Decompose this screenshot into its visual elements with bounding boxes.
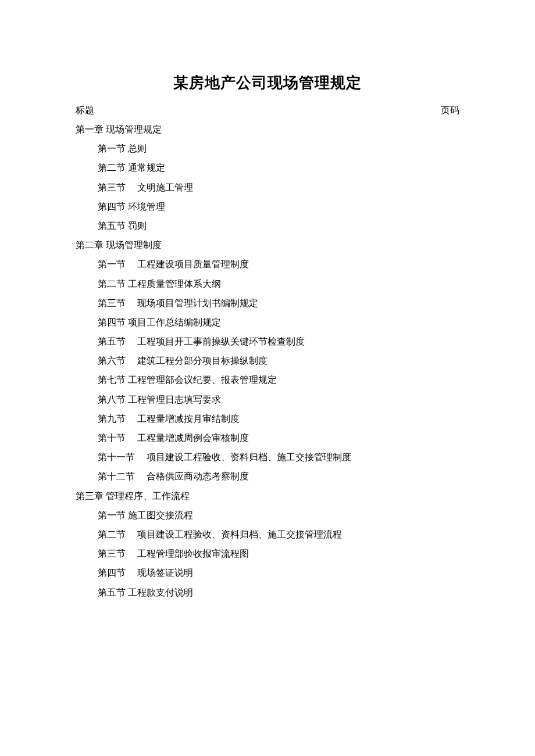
section-item: 第四节 现场签证说明 — [76, 565, 459, 581]
header-right: 页码 — [441, 105, 459, 117]
chapter-heading: 第二章 现场管理制度 — [76, 237, 459, 253]
section-item: 第三节 工程管理部验收报审流程图 — [76, 546, 459, 561]
section-item: 第五节 罚则 — [76, 218, 459, 234]
section-item: 第七节 工程管理部会议纪要、报表管理规定 — [76, 372, 459, 388]
toc-body: 第一章 现场管理规定第一节 总则第二节 通常规定第三节 文明施工管理第四节 环境… — [76, 121, 459, 600]
section-item: 第六节 建筑工程分部分项目标操纵制度 — [76, 353, 459, 368]
section-item: 第五节 工程项目开工事前操纵关键环节检查制度 — [76, 334, 459, 349]
header-left: 标题 — [76, 105, 94, 117]
section-item: 第二节 通常规定 — [76, 160, 459, 175]
section-item: 第四节 项目工作总结编制规定 — [76, 314, 459, 330]
section-item: 第一节 总则 — [76, 141, 459, 156]
section-item: 第三节 文明施工管理 — [76, 180, 459, 195]
section-item: 第二节 项目建设工程验收、资料归档、施工交接管理流程 — [76, 526, 459, 542]
toc-header: 标题 页码 — [76, 105, 459, 117]
section-item: 第一节 工程建设项目质量管理制度 — [76, 256, 459, 272]
section-item: 第十二节 合格供应商动态考察制度 — [76, 468, 459, 484]
chapter-heading: 第三章 管理程序、工作流程 — [76, 488, 459, 504]
section-item: 第三节 现场项目管理计划书编制规定 — [76, 295, 459, 311]
section-item: 第八节 工程管理日志填写要求 — [76, 392, 459, 407]
section-item: 第二节 工程质量管理体系大纲 — [76, 276, 459, 292]
section-item: 第十一节 项目建设工程验收、资料归档、施工交接管理制度 — [76, 449, 459, 465]
section-item: 第九节 工程量增减按月审结制度 — [76, 411, 459, 427]
document-title: 某房地产公司现场管理规定 — [76, 73, 459, 93]
chapter-heading: 第一章 现场管理规定 — [76, 121, 459, 137]
section-item: 第一节 施工图交接流程 — [76, 507, 459, 523]
section-item: 第十节 工程量增减周例会审核制度 — [76, 430, 459, 446]
section-item: 第四节 环境管理 — [76, 199, 459, 214]
section-item: 第五节 工程款支付说明 — [76, 585, 459, 600]
